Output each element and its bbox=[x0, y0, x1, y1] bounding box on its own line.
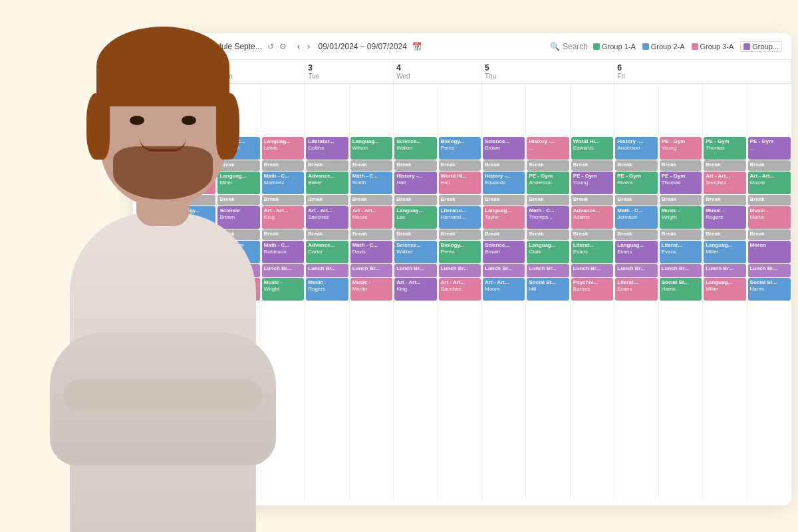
event-math-smith[interactable]: Math - C... Smith bbox=[350, 172, 392, 194]
event-lit-collins[interactable]: Literatur... Collins bbox=[306, 137, 348, 160]
settings-icon[interactable]: ⚙ bbox=[279, 42, 287, 51]
break-wed21: Break bbox=[439, 160, 481, 171]
event-pe-gym-fri4[interactable]: PE - Gym ... bbox=[748, 137, 791, 160]
event-adv-adams-thu[interactable]: Advance... Adams bbox=[571, 206, 613, 229]
event-music-martin[interactable]: Music - Martin bbox=[350, 278, 392, 301]
event-math-johnson-fri[interactable]: Math - C... Johnson bbox=[615, 206, 657, 229]
col-mon2: Languag... Lewis Break Math - C... Marti… bbox=[261, 84, 305, 499]
break-tue11: Break bbox=[306, 160, 348, 171]
event-lit-hernand[interactable]: Literatur... Hernand... bbox=[439, 206, 481, 229]
event-sci-brown-pm[interactable]: Science... Brown bbox=[217, 278, 259, 301]
blue-square bbox=[142, 42, 152, 51]
event-bio-perez-1[interactable]: Biology... ...erez bbox=[174, 278, 215, 301]
event-music-rogers-fri3[interactable]: Music - Rogers bbox=[704, 206, 745, 229]
event-pe-gym-thomas[interactable]: PE - Gym Thomas bbox=[217, 241, 259, 263]
col-fri2: PE - Gym Young Break PE - Gym Thomas Bre… bbox=[659, 84, 703, 499]
event-lit-evans[interactable]: Literat... Evans bbox=[174, 172, 215, 194]
break-mon23: Break bbox=[262, 229, 304, 240]
break-fri21: Break bbox=[660, 160, 702, 171]
event-lit-evans-fri[interactable]: Literat... Evans bbox=[615, 278, 657, 301]
event-sci-walker[interactable]: Science... Walker bbox=[394, 137, 436, 160]
event-art-sanchez[interactable]: Art - Art... Sanchez bbox=[306, 206, 348, 229]
event-pe-gym-thomas-fri[interactable]: PE - Gym Thomas bbox=[660, 172, 702, 194]
event-lang-miller-fri3-pm[interactable]: Languag... Miller bbox=[704, 278, 745, 301]
event-bio-perez-pm[interactable]: Biology... Perez bbox=[439, 241, 481, 263]
break-mon3: Break bbox=[217, 229, 259, 240]
time-label-12pm: 12:00 PM bbox=[133, 343, 172, 383]
event-social-harris[interactable]: Social St... Harris bbox=[660, 278, 702, 301]
event-lang-taylor[interactable]: Languag... Taylor bbox=[483, 206, 525, 229]
nav-forward-button[interactable]: › bbox=[305, 40, 313, 53]
event-art-king[interactable]: Art - Art... King bbox=[262, 206, 304, 229]
event-hist-anderson[interactable]: History -... Anderson bbox=[615, 137, 657, 160]
event-math-robinson[interactable]: Math - C... Robinson bbox=[262, 241, 304, 263]
event-music-wright[interactable]: Music - Wright bbox=[262, 278, 304, 301]
nav-buttons: ‹ › bbox=[295, 40, 313, 53]
calendar-window: 📅 School Schedule Septe... ↺ ⚙ ‹ › 09/01… bbox=[133, 33, 791, 505]
event-hist-edwards[interactable]: History -... Edwards bbox=[483, 172, 525, 194]
event-art-king-pm[interactable]: Art - Art... King bbox=[394, 278, 436, 301]
event-math-c-martinez[interactable]: Math - C... Martinez bbox=[262, 172, 304, 194]
event-social-harris-fri4[interactable]: Social St... Harris bbox=[748, 278, 791, 301]
event-sci-walker-pm[interactable]: Science... Walker bbox=[394, 241, 436, 263]
search-area[interactable]: 🔍 Search bbox=[550, 42, 588, 51]
event-art-moore[interactable]: Art - Art... Moore bbox=[350, 206, 392, 229]
legend: Group 1-A Group 2-A Group 3-A Group... bbox=[593, 41, 782, 52]
break-fri13: Break bbox=[615, 229, 657, 240]
event-ology-perez[interactable]: ...iology... ...erez bbox=[174, 206, 215, 229]
event-math-davis[interactable]: Math - C... Davis bbox=[350, 241, 392, 263]
event-music-martin-fri4[interactable]: Music - Martin bbox=[748, 206, 791, 229]
break-thu21: Break bbox=[527, 160, 569, 171]
event-pe-gym-young[interactable]: PE - Gym Young bbox=[571, 172, 613, 194]
event-sci-brown-thu[interactable]: Science... Brown bbox=[483, 137, 525, 160]
event-pe-gym-thomas-fri3[interactable]: PE - Gym Thomas bbox=[704, 137, 745, 160]
event-art-moore-pm[interactable]: Art - Art... Moore bbox=[483, 278, 525, 301]
event-psychol-barnes[interactable]: Psychol... Barnes bbox=[571, 278, 613, 301]
event-lang-evans[interactable]: Languag... Evans bbox=[615, 241, 657, 263]
break-tue13: Break bbox=[306, 229, 348, 240]
break-tue21: Break bbox=[350, 160, 392, 171]
break-mon1: Break bbox=[217, 160, 259, 171]
event-bio-perez[interactable]: Biology... Perez bbox=[439, 137, 481, 160]
refresh-icon[interactable]: ↺ bbox=[267, 42, 274, 51]
event-adv-adams[interactable]: Advance... Adams bbox=[174, 137, 215, 160]
break-mon21: Break bbox=[262, 160, 304, 171]
time-label-8am: 8:00 AM bbox=[133, 84, 172, 137]
event-math-johnson[interactable]: Math - C... Johnson bbox=[217, 137, 259, 160]
event-pe-gym-anderson[interactable]: PE - Gym Anderson bbox=[527, 172, 569, 194]
search-icon: 🔍 bbox=[550, 42, 560, 51]
event-lit-evans-thu[interactable]: Literat... Evans bbox=[571, 241, 613, 263]
time-label-11am: 11:00 AM bbox=[133, 283, 172, 343]
event-art-sanchez-pm[interactable]: Art - Art... Sanchez bbox=[439, 278, 481, 301]
event-hist-thu2[interactable]: History -... ... bbox=[527, 137, 569, 160]
event-lang-lewis[interactable]: Languag... Lewis bbox=[262, 137, 304, 160]
event-pe-gym-rivera-11[interactable]: PE - Gym Rivera bbox=[174, 241, 215, 263]
col-fri1: History -... Anderson Break PE - Gym Riv… bbox=[614, 84, 658, 499]
event-moron[interactable]: Moron bbox=[748, 241, 791, 263]
event-music-rogers[interactable]: Music - Rogers bbox=[306, 278, 348, 301]
event-lang-miller[interactable]: Languag... Miller bbox=[217, 172, 259, 194]
event-lit-evans-fri2[interactable]: Literat... Evans bbox=[660, 241, 702, 263]
event-music-wright-fri[interactable]: Music - Wright bbox=[660, 206, 702, 229]
event-sci-brown[interactable]: Science Brown bbox=[217, 206, 259, 229]
event-social-hill[interactable]: Social St... Hill bbox=[527, 278, 569, 301]
event-art-moore-fri4[interactable]: Art - Art... Moore bbox=[748, 172, 791, 194]
event-lang-miller-fri3[interactable]: Languag... Miller bbox=[704, 241, 745, 263]
event-worldhi-hall[interactable]: World Hi... Hall bbox=[439, 172, 481, 194]
event-art-sanchez-fri3[interactable]: Art - Art... Sanchez bbox=[704, 172, 745, 194]
day-header-fri: 6 Fri bbox=[614, 60, 791, 83]
event-hist-hall[interactable]: History -... Hall bbox=[394, 172, 436, 194]
corner-cell bbox=[133, 60, 173, 83]
event-sci-brown-thu-pm[interactable]: Science... Brown bbox=[483, 241, 525, 263]
event-lang-clark[interactable]: Languag... Clark bbox=[527, 241, 569, 263]
event-adv-baker[interactable]: Advance... Baker bbox=[306, 172, 348, 194]
event-lang-lee[interactable]: Languag... Lee bbox=[394, 206, 436, 229]
nav-back-button[interactable]: ‹ bbox=[295, 40, 303, 53]
event-pe-gym-rivera-fri[interactable]: PE - Gym Rivera bbox=[615, 172, 657, 194]
event-math-thomps[interactable]: Math - C... Thomps... bbox=[527, 206, 569, 229]
event-pe-gym-young-fri[interactable]: PE - Gym Young bbox=[660, 137, 702, 160]
event-lang-wilson[interactable]: Languag... Wilson bbox=[350, 137, 392, 160]
event-worldhi-edwards[interactable]: World Hi... Edwards bbox=[571, 137, 613, 160]
break-wed13: Break bbox=[394, 229, 436, 240]
event-adv-carter[interactable]: Advance... Carter bbox=[306, 241, 348, 263]
